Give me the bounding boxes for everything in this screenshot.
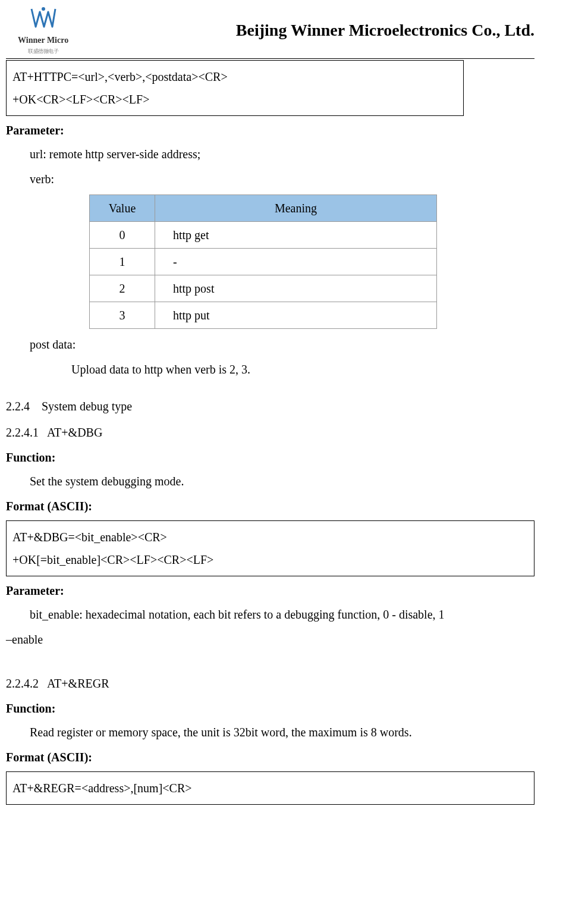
code-box-regr: AT+&REGR=<address>,[num]<CR> xyxy=(6,771,534,805)
logo-text-sub: 联盛德微电子 xyxy=(28,47,58,55)
header-divider xyxy=(6,58,534,59)
table-cell-value: 2 xyxy=(90,275,155,302)
svg-point-0 xyxy=(42,7,45,11)
company-logo: Winner Micro 联盛德微电子 xyxy=(18,6,68,56)
param-bit-enable-a: bit_enable: hexadecimal notation, each b… xyxy=(30,605,534,624)
format-label: Format (ASCII): xyxy=(6,497,534,516)
section-heading-2241: 2.2.4.1 AT+&DBG xyxy=(6,423,534,442)
table-cell-meaning: http get xyxy=(155,221,437,248)
table-row: 2 http post xyxy=(90,275,437,302)
table-cell-meaning: http put xyxy=(155,302,437,328)
code-line: AT+&DBG=<bit_enable><CR> xyxy=(12,526,528,548)
code-box-httpc: AT+HTTPC=<url>,<verb>,<postdata><CR> +OK… xyxy=(6,60,464,116)
function-regr-text: Read register or memory space, the unit … xyxy=(30,723,534,742)
table-cell-meaning: - xyxy=(155,248,437,275)
table-row: 1 - xyxy=(90,248,437,275)
company-name: Beijing Winner Microelectronics Co., Ltd… xyxy=(236,17,534,44)
parameter-label: Parameter: xyxy=(6,121,534,140)
table-cell-value: 1 xyxy=(90,248,155,275)
winner-micro-icon xyxy=(29,6,58,33)
table-row: 3 http put xyxy=(90,302,437,328)
param-url: url: remote http server-side address; xyxy=(30,145,534,164)
format-label: Format (ASCII): xyxy=(6,748,534,767)
table-cell-value: 0 xyxy=(90,221,155,248)
page-header: Winner Micro 联盛德微电子 Beijing Winner Micro… xyxy=(6,6,534,56)
section-heading-224: 2.2.4 System debug type xyxy=(6,397,534,416)
code-line: +OK[=bit_enable]<CR><LF><CR><LF> xyxy=(12,548,528,571)
verb-table: Value Meaning 0 http get 1 - 2 http post… xyxy=(89,194,437,329)
code-line: AT+&REGR=<address>,[num]<CR> xyxy=(12,777,528,799)
logo-text-main: Winner Micro xyxy=(18,34,68,47)
table-cell-value: 3 xyxy=(90,302,155,328)
table-row: 0 http get xyxy=(90,221,437,248)
code-box-dbg: AT+&DBG=<bit_enable><CR> +OK[=bit_enable… xyxy=(6,520,534,576)
param-postdata-desc: Upload data to http when verb is 2, 3. xyxy=(71,360,534,379)
code-line: +OK<CR><LF><CR><LF> xyxy=(12,88,457,111)
section-heading-2242: 2.2.4.2 AT+&REGR xyxy=(6,674,534,693)
param-postdata-label: post data: xyxy=(30,335,534,354)
param-verb: verb: xyxy=(30,170,534,189)
function-label: Function: xyxy=(6,699,534,718)
table-cell-meaning: http post xyxy=(155,275,437,302)
table-header-value: Value xyxy=(90,194,155,221)
parameter-label: Parameter: xyxy=(6,581,534,600)
table-header-meaning: Meaning xyxy=(155,194,437,221)
function-dbg-text: Set the system debugging mode. xyxy=(30,472,534,491)
param-bit-enable-b: –enable xyxy=(6,630,534,649)
code-line: AT+HTTPC=<url>,<verb>,<postdata><CR> xyxy=(12,65,457,88)
function-label: Function: xyxy=(6,448,534,467)
